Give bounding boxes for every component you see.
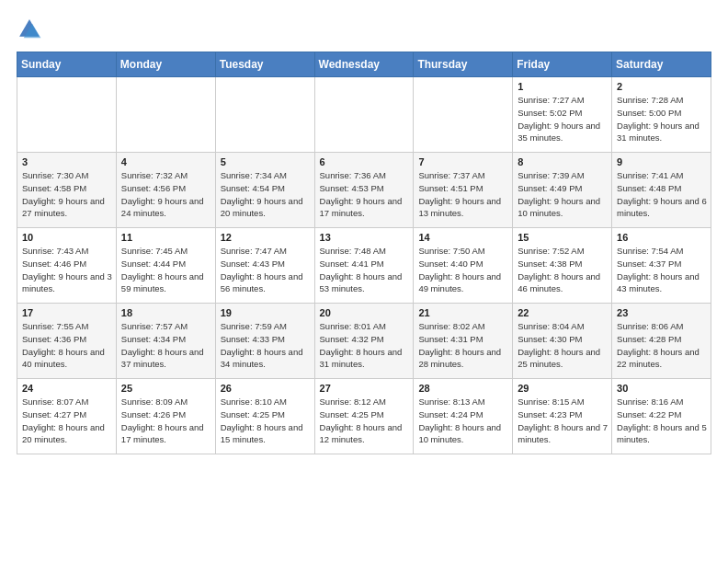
- calendar-cell: 3Sunrise: 7:30 AM Sunset: 4:58 PM Daylig…: [17, 153, 117, 228]
- calendar-cell: 23Sunrise: 8:06 AM Sunset: 4:28 PM Dayli…: [612, 304, 711, 379]
- day-number: 11: [121, 232, 211, 243]
- day-info: Sunrise: 8:04 AM Sunset: 4:30 PM Dayligh…: [518, 320, 608, 371]
- header-row: Sunday Monday Tuesday Wednesday Thursday…: [17, 52, 711, 77]
- day-number: 15: [518, 232, 608, 243]
- calendar-cell: 25Sunrise: 8:09 AM Sunset: 4:26 PM Dayli…: [116, 379, 215, 454]
- day-info: Sunrise: 7:34 AM Sunset: 4:54 PM Dayligh…: [221, 169, 311, 220]
- calendar-week-5: 24Sunrise: 8:07 AM Sunset: 4:27 PM Dayli…: [17, 379, 711, 454]
- calendar-cell: 4Sunrise: 7:32 AM Sunset: 4:56 PM Daylig…: [116, 153, 215, 228]
- col-sunday: Sunday: [17, 52, 117, 77]
- day-info: Sunrise: 7:32 AM Sunset: 4:56 PM Dayligh…: [121, 169, 211, 220]
- day-number: 23: [617, 307, 707, 318]
- day-info: Sunrise: 8:15 AM Sunset: 4:23 PM Dayligh…: [518, 396, 608, 446]
- day-info: Sunrise: 7:37 AM Sunset: 4:51 PM Dayligh…: [418, 169, 508, 220]
- day-number: 14: [418, 232, 508, 243]
- day-number: 5: [221, 156, 311, 167]
- day-info: Sunrise: 7:57 AM Sunset: 4:34 PM Dayligh…: [121, 320, 211, 371]
- day-number: 4: [121, 156, 211, 167]
- day-number: 12: [221, 232, 311, 243]
- day-number: 18: [121, 307, 211, 318]
- calendar-cell: 14Sunrise: 7:50 AM Sunset: 4:40 PM Dayli…: [414, 228, 513, 304]
- day-info: Sunrise: 8:16 AM Sunset: 4:22 PM Dayligh…: [617, 396, 707, 446]
- logo: [17, 17, 46, 42]
- calendar-cell: [116, 77, 215, 153]
- calendar-cell: [414, 77, 513, 153]
- day-number: 17: [22, 307, 112, 318]
- calendar-cell: 8Sunrise: 7:39 AM Sunset: 4:49 PM Daylig…: [513, 153, 612, 228]
- day-info: Sunrise: 8:06 AM Sunset: 4:28 PM Dayligh…: [617, 320, 707, 371]
- calendar-cell: 26Sunrise: 8:10 AM Sunset: 4:25 PM Dayli…: [215, 379, 314, 454]
- day-info: Sunrise: 8:02 AM Sunset: 4:31 PM Dayligh…: [418, 320, 508, 371]
- day-number: 8: [518, 156, 608, 167]
- header: [17, 17, 711, 42]
- calendar-cell: 11Sunrise: 7:45 AM Sunset: 4:44 PM Dayli…: [116, 228, 215, 304]
- day-number: 19: [221, 307, 311, 318]
- day-info: Sunrise: 7:27 AM Sunset: 5:02 PM Dayligh…: [518, 94, 608, 144]
- day-info: Sunrise: 7:48 AM Sunset: 4:41 PM Dayligh…: [320, 245, 410, 295]
- col-tuesday: Tuesday: [215, 52, 314, 77]
- calendar-week-3: 10Sunrise: 7:43 AM Sunset: 4:46 PM Dayli…: [17, 228, 711, 304]
- day-number: 6: [320, 156, 410, 167]
- calendar-cell: 17Sunrise: 7:55 AM Sunset: 4:36 PM Dayli…: [17, 304, 117, 379]
- day-number: 26: [221, 383, 311, 394]
- calendar-cell: 21Sunrise: 8:02 AM Sunset: 4:31 PM Dayli…: [414, 304, 513, 379]
- day-info: Sunrise: 7:59 AM Sunset: 4:33 PM Dayligh…: [221, 320, 311, 371]
- calendar-cell: 7Sunrise: 7:37 AM Sunset: 4:51 PM Daylig…: [414, 153, 513, 228]
- day-number: 28: [418, 383, 508, 394]
- calendar-cell: 27Sunrise: 8:12 AM Sunset: 4:25 PM Dayli…: [314, 379, 414, 454]
- calendar-cell: 10Sunrise: 7:43 AM Sunset: 4:46 PM Dayli…: [17, 228, 117, 304]
- calendar-week-2: 3Sunrise: 7:30 AM Sunset: 4:58 PM Daylig…: [17, 153, 711, 228]
- logo-icon: [17, 17, 42, 42]
- day-number: 1: [518, 81, 608, 92]
- day-number: 30: [617, 383, 707, 394]
- day-info: Sunrise: 8:09 AM Sunset: 4:26 PM Dayligh…: [121, 396, 211, 446]
- day-number: 21: [418, 307, 508, 318]
- day-info: Sunrise: 7:41 AM Sunset: 4:48 PM Dayligh…: [617, 169, 707, 220]
- day-number: 10: [22, 232, 112, 243]
- day-number: 29: [518, 383, 608, 394]
- day-info: Sunrise: 7:52 AM Sunset: 4:38 PM Dayligh…: [518, 245, 608, 295]
- day-info: Sunrise: 7:43 AM Sunset: 4:46 PM Dayligh…: [22, 245, 112, 295]
- calendar-body: 1Sunrise: 7:27 AM Sunset: 5:02 PM Daylig…: [17, 77, 711, 454]
- calendar-cell: 20Sunrise: 8:01 AM Sunset: 4:32 PM Dayli…: [314, 304, 414, 379]
- day-number: 9: [617, 156, 707, 167]
- day-number: 27: [320, 383, 410, 394]
- day-info: Sunrise: 8:07 AM Sunset: 4:27 PM Dayligh…: [22, 396, 112, 446]
- calendar-cell: 18Sunrise: 7:57 AM Sunset: 4:34 PM Dayli…: [116, 304, 215, 379]
- day-number: 22: [518, 307, 608, 318]
- col-thursday: Thursday: [414, 52, 513, 77]
- calendar-cell: 28Sunrise: 8:13 AM Sunset: 4:24 PM Dayli…: [414, 379, 513, 454]
- day-info: Sunrise: 7:55 AM Sunset: 4:36 PM Dayligh…: [22, 320, 112, 371]
- col-monday: Monday: [116, 52, 215, 77]
- calendar-week-1: 1Sunrise: 7:27 AM Sunset: 5:02 PM Daylig…: [17, 77, 711, 153]
- day-info: Sunrise: 7:47 AM Sunset: 4:43 PM Dayligh…: [221, 245, 311, 295]
- col-saturday: Saturday: [612, 52, 711, 77]
- col-wednesday: Wednesday: [314, 52, 414, 77]
- calendar-cell: 1Sunrise: 7:27 AM Sunset: 5:02 PM Daylig…: [513, 77, 612, 153]
- day-number: 13: [320, 232, 410, 243]
- day-info: Sunrise: 7:28 AM Sunset: 5:00 PM Dayligh…: [617, 94, 707, 144]
- day-number: 20: [320, 307, 410, 318]
- calendar-cell: 6Sunrise: 7:36 AM Sunset: 4:53 PM Daylig…: [314, 153, 414, 228]
- calendar-cell: 24Sunrise: 8:07 AM Sunset: 4:27 PM Dayli…: [17, 379, 117, 454]
- col-friday: Friday: [513, 52, 612, 77]
- calendar-cell: 16Sunrise: 7:54 AM Sunset: 4:37 PM Dayli…: [612, 228, 711, 304]
- day-info: Sunrise: 7:54 AM Sunset: 4:37 PM Dayligh…: [617, 245, 707, 295]
- day-number: 16: [617, 232, 707, 243]
- calendar-cell: [314, 77, 414, 153]
- calendar-cell: 2Sunrise: 7:28 AM Sunset: 5:00 PM Daylig…: [612, 77, 711, 153]
- day-info: Sunrise: 8:01 AM Sunset: 4:32 PM Dayligh…: [320, 320, 410, 371]
- calendar-cell: 12Sunrise: 7:47 AM Sunset: 4:43 PM Dayli…: [215, 228, 314, 304]
- day-info: Sunrise: 8:13 AM Sunset: 4:24 PM Dayligh…: [418, 396, 508, 446]
- calendar-cell: 29Sunrise: 8:15 AM Sunset: 4:23 PM Dayli…: [513, 379, 612, 454]
- calendar-cell: [17, 77, 117, 153]
- calendar-cell: 19Sunrise: 7:59 AM Sunset: 4:33 PM Dayli…: [215, 304, 314, 379]
- day-info: Sunrise: 8:10 AM Sunset: 4:25 PM Dayligh…: [221, 396, 311, 446]
- day-number: 25: [121, 383, 211, 394]
- calendar-cell: 9Sunrise: 7:41 AM Sunset: 4:48 PM Daylig…: [612, 153, 711, 228]
- day-info: Sunrise: 7:36 AM Sunset: 4:53 PM Dayligh…: [320, 169, 410, 220]
- day-info: Sunrise: 7:45 AM Sunset: 4:44 PM Dayligh…: [121, 245, 211, 295]
- day-number: 3: [22, 156, 112, 167]
- day-info: Sunrise: 7:39 AM Sunset: 4:49 PM Dayligh…: [518, 169, 608, 220]
- calendar-header: Sunday Monday Tuesday Wednesday Thursday…: [17, 52, 711, 77]
